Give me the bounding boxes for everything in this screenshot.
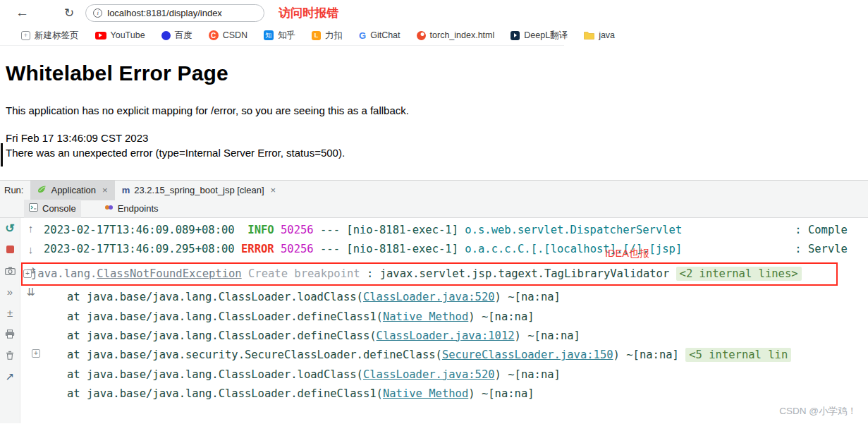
tab-label: Endpoints bbox=[118, 203, 159, 214]
close-icon[interactable]: × bbox=[271, 185, 276, 195]
stop-icon[interactable] bbox=[2, 241, 18, 258]
run-tab-maven-build[interactable]: m 23.2.15_spring_boot_jsp [clean] × bbox=[115, 181, 283, 200]
bookmark-label: YouTube bbox=[111, 30, 145, 40]
tab-console[interactable]: Console bbox=[24, 200, 81, 218]
leetcode-icon: L bbox=[312, 31, 321, 40]
exception-message: : javax.servlet.jsp.tagext.TagLibraryVal… bbox=[367, 267, 669, 280]
plus-minus-icon[interactable]: ± bbox=[2, 305, 18, 321]
bookmark-leetcode[interactable]: L力扣 bbox=[312, 30, 343, 42]
deepl-icon bbox=[511, 31, 520, 40]
exception-class-link[interactable]: ClassNotFoundException bbox=[97, 267, 241, 280]
annotation-access-error: 访问时报错 bbox=[279, 5, 338, 21]
stack-link[interactable]: Native Method bbox=[383, 310, 468, 323]
stack-text: ) ~[na:na] bbox=[515, 329, 580, 342]
address-bar[interactable]: i localhost:8181/display/index bbox=[85, 4, 264, 22]
stack-text: at java.base/java.lang.ClassLoader.loadC… bbox=[67, 368, 363, 381]
stack-frame: at java.base/java.lang.ClassLoader.defin… bbox=[44, 384, 868, 404]
exception-line: java.lang.ClassNotFoundException Create … bbox=[31, 265, 868, 284]
bookmark-label: CSDN bbox=[223, 30, 247, 40]
log-line-info: 2023-02-17T13:46:09.089+08:00 INFO 50256… bbox=[44, 221, 868, 240]
csdn-icon: C bbox=[209, 30, 219, 40]
back-icon[interactable]: ← bbox=[16, 5, 29, 20]
log-separator: --- bbox=[320, 243, 340, 255]
log-separator: --- bbox=[320, 224, 340, 236]
tab-label: Console bbox=[42, 203, 76, 214]
stack-frame: at java.base/java.security.SecureClassLo… bbox=[44, 346, 868, 365]
thread-dump-camera-icon[interactable] bbox=[2, 262, 18, 279]
bookmark-label: torch_index.html bbox=[430, 30, 495, 40]
rerun-icon[interactable]: ↺ bbox=[2, 220, 18, 236]
run-toolbar: ↺ » ± ↗ bbox=[0, 218, 20, 423]
run-tab-application[interactable]: Application × bbox=[30, 181, 114, 200]
printer-icon[interactable] bbox=[2, 326, 18, 342]
log-timestamp: 2023-02-17T13:46:09.089+08:00 bbox=[44, 224, 235, 236]
fold-toggle-icon[interactable]: + bbox=[23, 269, 32, 278]
log-message: : Comple bbox=[795, 224, 848, 236]
stack-frame: at java.base/java.lang.ClassLoader.defin… bbox=[44, 308, 868, 327]
stack-link[interactable]: ClassLoader.java:520 bbox=[363, 368, 495, 381]
log-pid: 50256 bbox=[281, 243, 314, 255]
site-info-icon[interactable]: i bbox=[93, 8, 102, 18]
down-arrow-icon[interactable]: ↓ bbox=[23, 241, 39, 258]
bookmark-youtube[interactable]: YouTube bbox=[95, 30, 145, 40]
stack-text: ) ~[na:na] bbox=[495, 291, 561, 303]
stack-link[interactable]: Native Method bbox=[383, 387, 468, 400]
bookmark-baidu[interactable]: 百度 bbox=[161, 30, 192, 42]
bookmark-new-tab[interactable]: +新建标签页 bbox=[21, 30, 79, 42]
skip-icon[interactable]: » bbox=[2, 284, 18, 300]
folder-icon bbox=[584, 31, 594, 40]
bookmark-label: DeepL翻译 bbox=[524, 30, 568, 42]
bookmark-label: GitChat bbox=[370, 30, 400, 40]
fold-toggle-icon[interactable]: + bbox=[32, 349, 40, 358]
up-arrow-icon[interactable]: ↑ bbox=[23, 220, 39, 236]
exception-package: java.lang. bbox=[31, 267, 97, 280]
log-thread: [nio-8181-exec-1] bbox=[346, 224, 458, 236]
folded-lines-badge[interactable]: <2 internal lines> bbox=[676, 267, 802, 281]
url-text: localhost:8181/display/index bbox=[107, 8, 222, 18]
run-tab-bar: Run: Application × m 23.2.15_spring_boot… bbox=[0, 180, 868, 200]
bookmark-torch-index[interactable]: torch_index.html bbox=[417, 30, 495, 40]
text-caret bbox=[1, 143, 3, 166]
scroll-end-icon[interactable]: ⇊ bbox=[23, 284, 39, 300]
stack-text: at java.base/java.lang.ClassLoader.loadC… bbox=[67, 291, 363, 303]
stack-text: at java.base/java.security.SecureClassLo… bbox=[67, 349, 442, 361]
browser-toolbar: ← ↻ i localhost:8181/display/index 访问时报错 bbox=[0, 0, 868, 25]
bookmarks-bar: +新建标签页 YouTube 百度 CCSDN 知知乎 L力扣 GGitChat… bbox=[0, 25, 564, 46]
console-toolbar: ↑ ↓ ⇄ ⇊ bbox=[20, 218, 41, 423]
close-icon[interactable]: × bbox=[102, 185, 108, 195]
folded-lines-badge[interactable]: <5 internal lin bbox=[685, 348, 791, 362]
gitchat-icon: G bbox=[359, 30, 366, 41]
run-panel-label: Run: bbox=[4, 185, 23, 195]
stack-frame: at java.base/java.lang.ClassLoader.loadC… bbox=[44, 365, 868, 384]
error-timestamp: Fri Feb 17 13:46:09 CST 2023 bbox=[6, 132, 148, 144]
log-thread: [nio-8181-exec-1] bbox=[346, 243, 458, 255]
endpoints-icon bbox=[104, 203, 114, 214]
log-level: INFO bbox=[247, 224, 274, 236]
bookmark-label: 知乎 bbox=[278, 30, 295, 42]
tab-endpoints[interactable]: Endpoints bbox=[99, 200, 164, 218]
bookmark-label: 新建标签页 bbox=[35, 30, 79, 42]
stack-link[interactable]: ClassLoader.java:520 bbox=[363, 291, 495, 303]
log-pid: 50256 bbox=[281, 224, 314, 236]
browser-window: ← ↻ i localhost:8181/display/index 访问时报错… bbox=[0, 0, 868, 174]
bookmark-java-folder[interactable]: java bbox=[584, 30, 615, 40]
bookmark-csdn[interactable]: CCSDN bbox=[209, 30, 247, 40]
maven-icon: m bbox=[122, 186, 130, 195]
trash-icon[interactable] bbox=[2, 347, 18, 363]
stack-frame: at java.base/java.lang.ClassLoader.loadC… bbox=[44, 288, 868, 307]
run-tab-label: 23.2.15_spring_boot_jsp [clean] bbox=[134, 185, 264, 195]
create-breakpoint-hint[interactable]: Create breakpoint bbox=[248, 267, 360, 280]
bookmark-label: 力扣 bbox=[325, 30, 343, 42]
new-tab-icon: + bbox=[21, 31, 30, 40]
stack-text: ) ~[na:na] bbox=[613, 349, 679, 361]
refresh-icon[interactable]: ↻ bbox=[64, 6, 74, 20]
stack-link[interactable]: ClassLoader.java:1012 bbox=[377, 329, 515, 342]
bookmark-deepl[interactable]: DeepL翻译 bbox=[511, 30, 568, 42]
page-title: Whitelabel Error Page bbox=[6, 61, 868, 85]
log-line-error: 2023-02-17T13:46:09.295+08:00 ERROR 5025… bbox=[44, 240, 868, 259]
stack-link[interactable]: SecureClassLoader.java:150 bbox=[442, 349, 613, 361]
bookmark-zhihu[interactable]: 知知乎 bbox=[264, 30, 295, 42]
external-link-icon[interactable]: ↗ bbox=[2, 368, 18, 384]
console-output[interactable]: 2023-02-17T13:46:09.089+08:00 INFO 50256… bbox=[42, 218, 868, 404]
bookmark-gitchat[interactable]: GGitChat bbox=[359, 30, 401, 41]
